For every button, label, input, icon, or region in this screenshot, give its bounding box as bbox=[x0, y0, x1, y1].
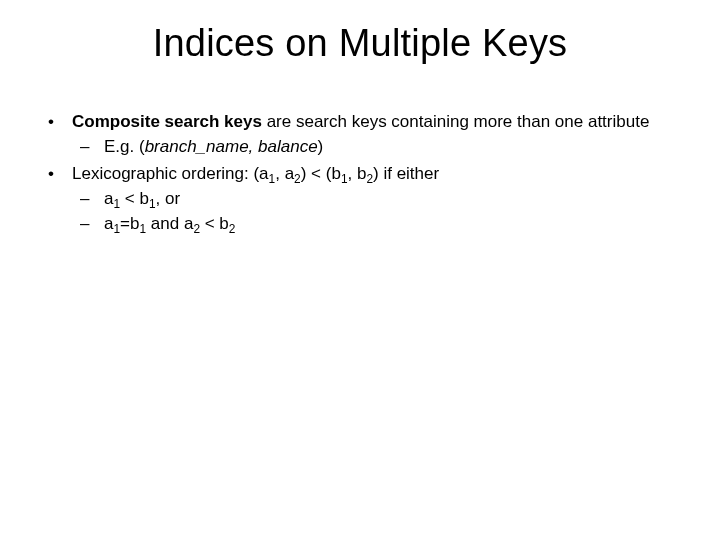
text: and a bbox=[146, 214, 193, 233]
subscript: 1 bbox=[341, 172, 348, 186]
bullet-lexicographic: Lexicographic ordering: (a1, a2) < (b1, … bbox=[40, 163, 680, 236]
text: , a bbox=[275, 164, 294, 183]
sub-bullet-cond2: a1=b1 and a2 < b2 bbox=[72, 213, 680, 236]
slide-body: Composite search keys are search keys co… bbox=[0, 83, 720, 236]
subscript: 1 bbox=[149, 197, 156, 211]
text: ) bbox=[318, 137, 324, 156]
text: ) < (b bbox=[301, 164, 341, 183]
bullet-composite-keys: Composite search keys are search keys co… bbox=[40, 111, 680, 159]
sub-bullet-cond1: a1 < b1, or bbox=[72, 188, 680, 211]
subscript: 2 bbox=[193, 222, 200, 236]
text: ) if either bbox=[373, 164, 439, 183]
sub-list: a1 < b1, or a1=b1 and a2 < b2 bbox=[72, 188, 680, 236]
sub-bullet-example: E.g. (branch_name, balance) bbox=[72, 136, 680, 159]
text: < b bbox=[120, 189, 149, 208]
text: , or bbox=[156, 189, 181, 208]
slide: Indices on Multiple Keys Composite searc… bbox=[0, 0, 720, 540]
text: Lexicographic ordering: (a bbox=[72, 164, 269, 183]
text: < b bbox=[200, 214, 229, 233]
subscript: 2 bbox=[229, 222, 236, 236]
slide-title: Indices on Multiple Keys bbox=[0, 0, 720, 83]
bullet-list: Composite search keys are search keys co… bbox=[40, 111, 680, 236]
italic-example: branch_name, balance bbox=[145, 137, 318, 156]
text: , b bbox=[348, 164, 367, 183]
text: =b bbox=[120, 214, 139, 233]
text: are search keys containing more than one… bbox=[262, 112, 649, 131]
subscript: 2 bbox=[294, 172, 301, 186]
text: E.g. ( bbox=[104, 137, 145, 156]
sub-list: E.g. (branch_name, balance) bbox=[72, 136, 680, 159]
bold-term: Composite search keys bbox=[72, 112, 262, 131]
